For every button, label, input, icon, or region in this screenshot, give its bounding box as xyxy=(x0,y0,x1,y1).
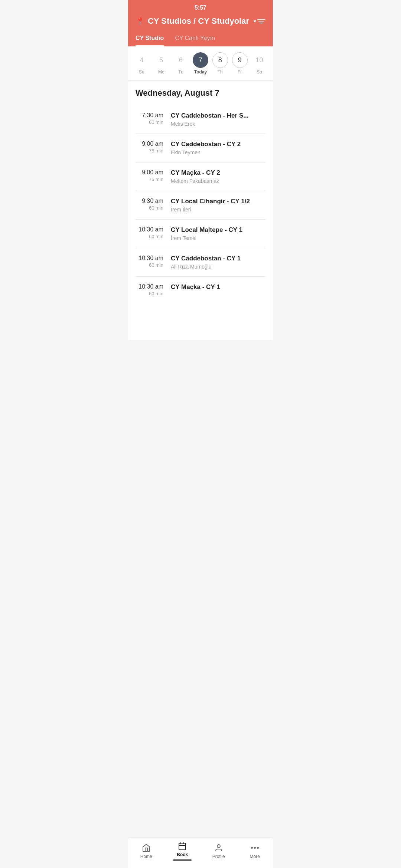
filter-button[interactable] xyxy=(257,19,265,23)
class-name: CY Maçka - CY 2 xyxy=(171,169,265,177)
calendar-day-10[interactable]: 10 Sa xyxy=(250,52,268,75)
calendar-day-9[interactable]: 9 Fr xyxy=(231,52,249,75)
tab-live[interactable]: CY Canlı Yayın xyxy=(175,31,215,46)
day-label: Tu xyxy=(178,69,183,75)
time-column: 9:00 am 75 min xyxy=(136,141,171,154)
calendar-strip: 4 Su 5 Mo 6 Tu 7 Today 8 Th 9 Fr 10 Sa xyxy=(128,46,273,81)
time-duration: 60 min xyxy=(136,262,163,268)
time-duration: 60 min xyxy=(136,119,163,125)
home-icon xyxy=(142,844,151,852)
class-name: CY Caddebostan - Her S... xyxy=(171,112,265,119)
time-main: 9:30 am xyxy=(136,198,163,204)
class-instructor: Melis Erek xyxy=(171,121,265,127)
tab-bar: CY Studio CY Canlı Yayın xyxy=(128,31,273,46)
calendar-day-8[interactable]: 8 Th xyxy=(211,52,229,75)
nav-book[interactable]: Book xyxy=(169,842,195,861)
time-column: 10:30 am 60 min xyxy=(136,283,171,296)
time-duration: 75 min xyxy=(136,148,163,154)
day-number: 7 xyxy=(193,52,208,68)
day-number: 4 xyxy=(134,52,149,68)
time-main: 7:30 am xyxy=(136,112,163,119)
dot-1 xyxy=(251,847,253,849)
nav-profile[interactable]: Profile xyxy=(206,844,232,859)
time-main: 10:30 am xyxy=(136,255,163,262)
status-bar: 5:57 xyxy=(128,0,273,13)
class-name: CY Local Cihangir - CY 1/2 xyxy=(171,198,265,205)
main-content: Wednesday, August 7 7:30 am 60 min CY Ca… xyxy=(128,81,273,340)
location-title: CY Studios / CY Studyolar xyxy=(148,16,249,26)
class-instructor: Ekin Teymen xyxy=(171,149,265,155)
day-number: 8 xyxy=(212,52,228,68)
time-column: 10:30 am 60 min xyxy=(136,226,171,239)
class-instructor: İrem İleri xyxy=(171,207,265,213)
dot-2 xyxy=(254,847,256,849)
class-column: CY Local Maltepe - CY 1 İrem Temel xyxy=(171,226,265,241)
class-column: CY Caddebostan - CY 2 Ekin Teymen xyxy=(171,141,265,155)
calendar-day-6[interactable]: 6 Tu xyxy=(172,52,190,75)
class-name: CY Caddebostan - CY 2 xyxy=(171,141,265,148)
filter-line-3 xyxy=(260,23,263,23)
time-main: 9:00 am xyxy=(136,141,163,147)
class-column: CY Caddebostan - Her S... Melis Erek xyxy=(171,112,265,127)
time-duration: 60 min xyxy=(136,234,163,239)
day-label: Th xyxy=(218,69,223,75)
location-bar: 📍 CY Studios / CY Studyolar ▾ xyxy=(128,13,273,31)
calendar-day-7[interactable]: 7 Today xyxy=(192,52,209,75)
schedule-item-4[interactable]: 9:30 am 60 min CY Local Cihangir - CY 1/… xyxy=(136,191,265,220)
schedule-item-7[interactable]: 10:30 am 60 min CY Maçka - CY 1 xyxy=(136,277,265,303)
svg-rect-0 xyxy=(179,843,186,850)
active-indicator xyxy=(173,859,192,861)
day-number: 6 xyxy=(173,52,189,68)
time-duration: 75 min xyxy=(136,177,163,182)
nav-more[interactable]: More xyxy=(242,844,268,859)
class-instructor: Ali Rıza Mumoğlu xyxy=(171,264,265,270)
day-number: 10 xyxy=(251,52,267,68)
schedule-item-3[interactable]: 9:00 am 75 min CY Maçka - CY 2 Meltem Fa… xyxy=(136,162,265,191)
schedule-item-5[interactable]: 10:30 am 60 min CY Local Maltepe - CY 1 … xyxy=(136,220,265,248)
filter-line-2 xyxy=(258,21,264,22)
time-column: 9:30 am 60 min xyxy=(136,198,171,211)
class-column: CY Local Cihangir - CY 1/2 İrem İleri xyxy=(171,198,265,213)
more-icon xyxy=(251,844,259,852)
calendar-day-5[interactable]: 5 Mo xyxy=(152,52,170,75)
nav-book-label: Book xyxy=(177,852,188,857)
nav-profile-label: Profile xyxy=(212,854,225,859)
class-name: CY Caddebostan - CY 1 xyxy=(171,255,265,262)
app-header: 5:57 📍 CY Studios / CY Studyolar ▾ CY St… xyxy=(128,0,273,46)
time-main: 10:30 am xyxy=(136,226,163,233)
chevron-down-icon: ▾ xyxy=(254,18,256,24)
location-icon: 📍 xyxy=(136,17,145,26)
time-column: 9:00 am 75 min xyxy=(136,169,171,182)
calendar-day-4[interactable]: 4 Su xyxy=(133,52,150,75)
class-name: CY Maçka - CY 1 xyxy=(171,283,265,291)
time-main: 10:30 am xyxy=(136,283,163,290)
class-name: CY Local Maltepe - CY 1 xyxy=(171,226,265,234)
location-left[interactable]: 📍 CY Studios / CY Studyolar ▾ xyxy=(136,16,256,26)
dot-3 xyxy=(257,847,259,849)
profile-icon xyxy=(214,844,223,852)
day-label: Mo xyxy=(158,69,164,75)
tab-studio[interactable]: CY Studio xyxy=(136,31,164,46)
schedule-item-1[interactable]: 7:30 am 60 min CY Caddebostan - Her S...… xyxy=(136,105,265,134)
nav-home[interactable]: Home xyxy=(133,844,159,859)
class-column: CY Maçka - CY 1 xyxy=(171,283,265,292)
schedule-item-6[interactable]: 10:30 am 60 min CY Caddebostan - CY 1 Al… xyxy=(136,248,265,277)
day-number: 5 xyxy=(153,52,169,68)
schedule-item-2[interactable]: 9:00 am 75 min CY Caddebostan - CY 2 Eki… xyxy=(136,134,265,162)
filter-line-1 xyxy=(257,19,265,20)
time-duration: 60 min xyxy=(136,205,163,211)
time-column: 7:30 am 60 min xyxy=(136,112,171,125)
day-label: Su xyxy=(139,69,144,75)
status-time: 5:57 xyxy=(195,4,206,11)
class-column: CY Maçka - CY 2 Meltem Fakabasmaz xyxy=(171,169,265,184)
time-column: 10:30 am 60 min xyxy=(136,255,171,268)
svg-point-4 xyxy=(217,845,220,848)
day-label: Sa xyxy=(257,69,262,75)
time-duration: 60 min xyxy=(136,291,163,296)
nav-home-label: Home xyxy=(140,854,152,859)
date-heading: Wednesday, August 7 xyxy=(136,88,265,98)
class-instructor: İrem Temel xyxy=(171,235,265,241)
bottom-nav: Home Book Profile More xyxy=(128,838,273,868)
class-column: CY Caddebostan - CY 1 Ali Rıza Mumoğlu xyxy=(171,255,265,270)
book-icon xyxy=(178,842,187,851)
